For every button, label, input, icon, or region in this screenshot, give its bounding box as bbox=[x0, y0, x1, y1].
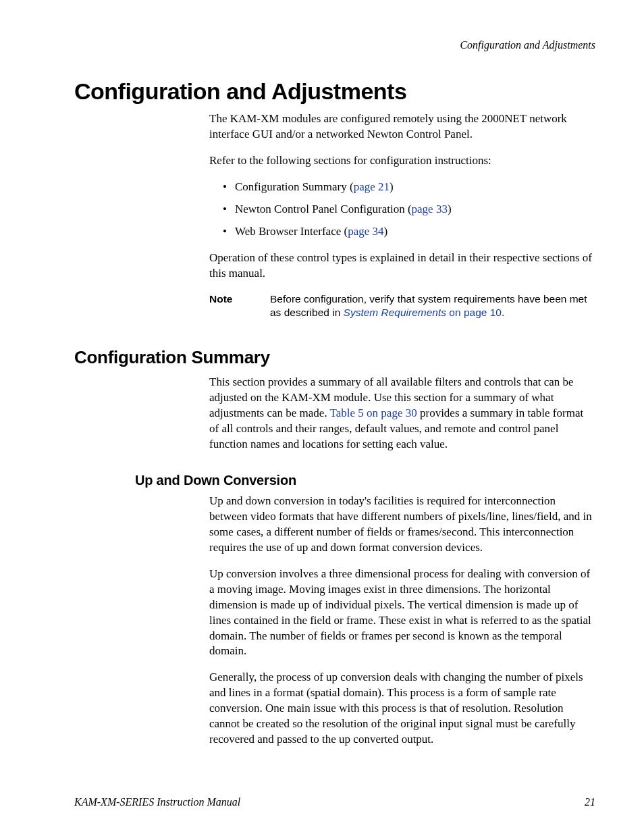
config-summary-paragraph: This section provides a summary of all a… bbox=[209, 375, 595, 452]
subsection-heading-up-down-conversion: Up and Down Conversion bbox=[135, 473, 595, 488]
page-link[interactable]: page 34 bbox=[348, 225, 383, 238]
footer-page-number: 21 bbox=[585, 796, 595, 808]
page-title: Configuration and Adjustments bbox=[74, 78, 595, 105]
note-block: Note Before configuration, verify that s… bbox=[209, 292, 595, 321]
list-item: Web Browser Interface (page 34) bbox=[223, 224, 595, 240]
list-item-close: ) bbox=[383, 225, 387, 238]
intro-paragraph-3: Operation of these control types is expl… bbox=[209, 251, 595, 282]
updown-paragraph-2: Up conversion involves a three dimension… bbox=[209, 567, 595, 660]
page-link[interactable]: page 33 bbox=[412, 203, 448, 215]
note-text: Before configuration, verify that system… bbox=[270, 292, 595, 321]
intro-paragraph-2: Refer to the following sections for conf… bbox=[209, 153, 595, 169]
list-item-text: Configuration Summary ( bbox=[235, 180, 354, 193]
note-text-b: . bbox=[502, 307, 504, 318]
section-heading-configuration-summary: Configuration Summary bbox=[74, 347, 595, 368]
page-link[interactable]: page 21 bbox=[354, 180, 390, 193]
footer-manual-title: KAM-XM-SERIES Instruction Manual bbox=[74, 796, 240, 808]
system-requirements-link[interactable]: System Requirements bbox=[344, 307, 446, 318]
intro-paragraph-1: The KAM-XM modules are configured remote… bbox=[209, 111, 595, 142]
list-item-close: ) bbox=[448, 203, 452, 215]
section-link-list: Configuration Summary (page 21) Newton C… bbox=[209, 180, 595, 240]
list-item: Newton Control Panel Configuration (page… bbox=[223, 202, 595, 217]
list-item-text: Newton Control Panel Configuration ( bbox=[235, 203, 412, 215]
running-header: Configuration and Adjustments bbox=[74, 39, 595, 51]
list-item-text: Web Browser Interface ( bbox=[235, 225, 348, 238]
updown-paragraph-1: Up and down conversion in today's facili… bbox=[209, 494, 595, 556]
table-link[interactable]: Table 5 on page 30 bbox=[330, 407, 417, 419]
list-item: Configuration Summary (page 21) bbox=[223, 180, 595, 195]
page-footer: KAM-XM-SERIES Instruction Manual 21 bbox=[74, 796, 595, 808]
note-label: Note bbox=[209, 292, 270, 321]
updown-paragraph-3: Generally, the process of up conversion … bbox=[209, 670, 595, 748]
page-link[interactable]: on page 10 bbox=[446, 307, 502, 318]
list-item-close: ) bbox=[390, 180, 394, 193]
